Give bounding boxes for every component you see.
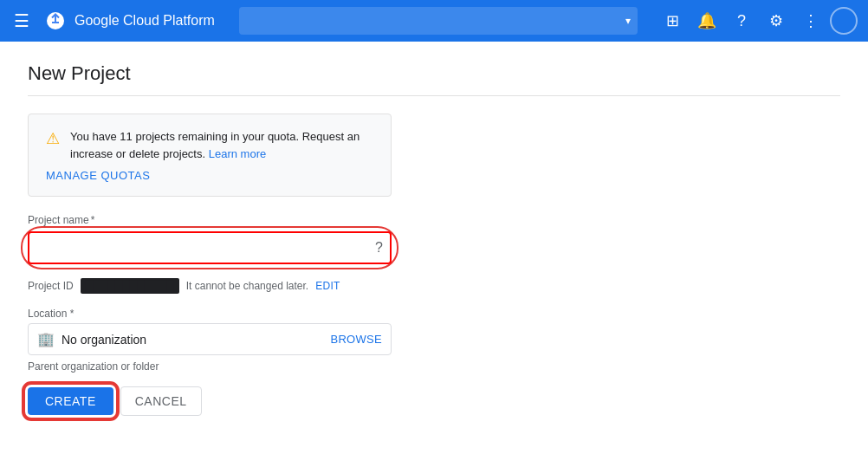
- location-group: Location * 🏢 No organization BROWSE: [28, 308, 392, 355]
- location-browse-button[interactable]: BROWSE: [330, 333, 382, 346]
- project-name-label: Project name *: [28, 214, 392, 226]
- search-bar[interactable]: ▾: [239, 7, 638, 35]
- top-nav: ☰ Google Cloud Platform ▾ ⊞ 🔔 ? ⚙ ⋮: [0, 0, 868, 42]
- manage-quotas-link[interactable]: MANAGE QUOTAS: [46, 169, 373, 182]
- page-title: New Project: [28, 62, 840, 96]
- location-value: No organization: [62, 333, 146, 347]
- main-content: New Project ⚠ You have 11 projects remai…: [0, 42, 868, 437]
- app-name-label: Google Cloud Platform: [74, 13, 215, 29]
- parent-hint: Parent organization or folder: [28, 360, 392, 373]
- app-logo: Google Cloud Platform: [43, 9, 215, 33]
- project-id-label: Project ID: [28, 280, 74, 292]
- cancel-button[interactable]: CANCEL: [120, 386, 202, 416]
- quota-message: You have 11 projects remaining in your q…: [70, 128, 373, 162]
- user-avatar[interactable]: [830, 7, 858, 35]
- project-id-note: It cannot be changed later.: [186, 280, 308, 292]
- notifications-icon[interactable]: 🔔: [691, 5, 722, 36]
- help-icon[interactable]: ?: [726, 5, 757, 36]
- menu-icon[interactable]: ☰: [10, 7, 33, 35]
- project-name-group: Project name * Dokan App ?: [28, 214, 392, 264]
- project-id-row: Project ID ████████████ It cannot be cha…: [28, 278, 392, 294]
- project-name-circle-highlight: Dokan App ?: [28, 231, 392, 264]
- settings-icon[interactable]: ⚙: [761, 5, 792, 36]
- project-id-edit-link[interactable]: EDIT: [315, 280, 340, 292]
- search-input[interactable]: [239, 7, 638, 35]
- action-buttons: CREATE CANCEL: [28, 386, 392, 416]
- location-input-wrapper: 🏢 No organization BROWSE: [28, 323, 392, 355]
- search-dropdown-icon[interactable]: ▾: [625, 15, 631, 27]
- warning-icon: ⚠: [46, 129, 60, 148]
- project-name-input-wrapper: Dokan App ?: [28, 231, 392, 264]
- location-left: 🏢 No organization: [37, 331, 146, 347]
- location-label: Location *: [28, 308, 392, 320]
- project-id-value: ████████████: [81, 278, 179, 294]
- learn-more-link[interactable]: Learn more: [209, 147, 266, 160]
- new-project-form: Project name * Dokan App ? Project ID ██…: [28, 214, 392, 416]
- project-name-input[interactable]: Dokan App: [29, 234, 368, 262]
- quota-warning-box: ⚠ You have 11 projects remaining in your…: [28, 114, 392, 197]
- create-button[interactable]: CREATE: [28, 387, 113, 415]
- apps-icon[interactable]: ⊞: [657, 5, 688, 36]
- nav-icon-group: ⊞ 🔔 ? ⚙ ⋮: [657, 5, 858, 36]
- project-name-help-icon[interactable]: ?: [368, 233, 390, 263]
- google-cloud-logo-icon: [43, 9, 68, 33]
- more-options-icon[interactable]: ⋮: [795, 5, 826, 36]
- location-icon: 🏢: [37, 331, 55, 347]
